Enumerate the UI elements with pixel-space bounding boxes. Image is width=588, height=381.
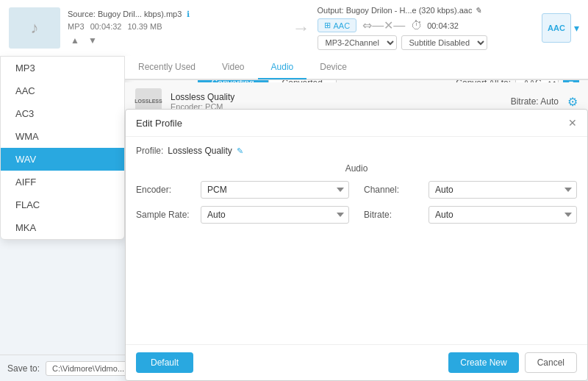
file-meta: MP3 00:04:32 10.39 MB [68,22,285,31]
dialog-title: Edit Profile [136,118,182,129]
channel-label: Channel: [364,185,423,195]
create-new-button[interactable]: Create New [448,352,518,373]
expand-down-icon[interactable]: ▼ [85,34,100,47]
file-size: 10.39 MB [127,22,162,31]
dialog-body: Profile: Lossless Quality ✎ Audio Encode… [126,137,587,232]
dialog-close-button[interactable]: ✕ [568,117,577,129]
format-tab-recently-used[interactable]: Recently Used [125,56,209,79]
clock-icon: ⏱ [411,19,423,32]
encoder-row: Encoder: PCM MP3 AAC [136,181,349,199]
output-format-icon: ⊞ [324,21,331,30]
format-ac3[interactable]: AC3 [1,102,124,125]
sample-rate-row: Sample Rate: Auto 44100 Hz 48000 Hz [136,206,349,224]
quality-name: Lossless Quality [171,92,502,102]
default-button[interactable]: Default [136,352,193,373]
sample-rate-select[interactable]: Auto 44100 Hz 48000 Hz [201,206,349,224]
format-tab-video[interactable]: Video [209,56,257,79]
format-wma[interactable]: WMA [1,125,124,148]
profile-edit-icon[interactable]: ✎ [237,146,243,156]
file-info: Source: Bugoy Dril... kbps).mp3 ℹ MP3 00… [68,10,285,47]
resize-icon: ⇔—✕— [362,18,405,32]
output-settings: ⊞ AAC ⇔—✕— ⏱ 00:04:32 [318,18,535,32]
file-source: Source: Bugoy Dril... kbps).mp3 ℹ [68,10,285,19]
file-thumbnail: ♪ [9,7,60,49]
bitrate-row: Bitrate: Auto 128 kbps 320 kbps [364,206,577,224]
file-row: ♪ Source: Bugoy Dril... kbps).mp3 ℹ MP3 … [0,0,588,57]
format-mp3[interactable]: MP3 [1,57,124,79]
file-format: MP3 [68,22,85,31]
encoder-label: Encoder: [136,185,195,195]
output-duration: 00:04:32 [427,21,459,30]
output-edit-icon[interactable]: ✎ [475,6,481,15]
format-panel: MP3 AAC AC3 WMA WAV AIFF FLAC MKA [0,56,125,240]
aac-badge: AAC [542,13,571,43]
output-selects: MP3-2Channel Subtitle Disabled [318,35,535,50]
arrow-icon: → [293,18,310,38]
format-tabs-area: Recently Used Video Audio Device [125,56,588,80]
format-wav[interactable]: WAV [1,148,124,171]
channel-select-dialog[interactable]: Auto Stereo Mono [429,181,577,199]
profile-value: Lossless Quality [168,146,232,156]
output-format-badge: ⊞ AAC [318,18,357,32]
cancel-button[interactable]: Cancel [525,352,577,373]
bitrate-select[interactable]: Auto 128 kbps 320 kbps [429,206,577,224]
output-controls: ⏱ 00:04:32 [411,19,459,32]
expand-dropdown-icon[interactable]: ▾ [574,22,579,34]
channel-select[interactable]: MP3-2Channel [318,35,397,50]
sample-rate-label: Sample Rate: [136,210,195,220]
format-tabs: Recently Used Video Audio Device [125,56,588,79]
info-icon[interactable]: ℹ [187,10,190,18]
save-label: Save to: [7,363,40,374]
form-grid: Encoder: PCM MP3 AAC Channel: Auto Stere… [136,181,577,224]
bitrate-label: Bitrate: [364,210,423,220]
encoder-select[interactable]: PCM MP3 AAC [201,181,349,199]
channel-row: Channel: Auto Stereo Mono [364,181,577,199]
profile-row: Profile: Lossless Quality ✎ [136,146,577,156]
file-output: Output: Bugoy Drilon - H...e (320 kbps).… [318,6,535,50]
format-aac[interactable]: AAC [1,79,124,102]
output-title: Output: Bugoy Drilon - H...e (320 kbps).… [318,6,535,15]
dialog-footer-right: Create New Cancel [448,352,577,373]
output-label: Output: [318,6,344,15]
source-label: Source: [68,10,96,18]
edit-profile-dialog: Edit Profile ✕ Profile: Lossless Quality… [125,109,588,381]
format-aiff[interactable]: AIFF [1,171,124,193]
format-flac[interactable]: FLAC [1,193,124,216]
source-name: Bugoy Dril... kbps).mp3 [98,10,182,18]
format-mka[interactable]: MKA [1,216,124,239]
settings-icon[interactable]: ⚙ [567,95,578,109]
section-title: Audio [136,163,577,174]
format-tab-device[interactable]: Device [306,56,360,79]
output-format-value: AAC [334,21,351,30]
dialog-footer: Default Create New Cancel [126,344,587,380]
file-actions: AAC ▾ [542,13,579,43]
profile-label: Profile: [136,146,163,156]
format-tab-audio[interactable]: Audio [258,56,307,79]
quality-bitrate: Bitrate: Auto [511,96,559,107]
subtitle-select[interactable]: Subtitle Disabled [401,35,487,50]
dialog-header: Edit Profile ✕ [126,110,587,137]
expand-up-icon[interactable]: ▲ [68,34,82,47]
file-duration: 00:04:32 [90,22,122,31]
output-name: Bugoy Drilon - H...e (320 kbps).aac [346,6,473,15]
